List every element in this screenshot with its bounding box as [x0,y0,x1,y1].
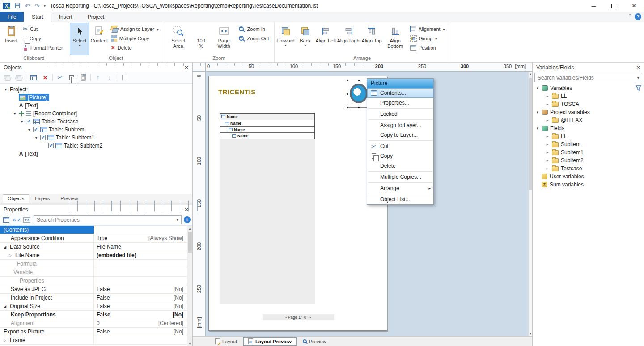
expander-icon[interactable] [535,110,540,114]
tree-item-project[interactable]: Project [0,85,192,93]
categorized-view-button[interactable] [2,215,11,224]
report-container-area[interactable] [220,139,315,304]
scroll-thumb[interactable] [529,78,532,190]
menu-item-assign-to-layer[interactable]: Assign to Layer... [367,120,433,130]
expander-icon[interactable] [535,86,540,90]
insert-button[interactable]: Insert [1,23,21,55]
property-row-alignment[interactable]: Alignment0[Centered] [0,319,187,328]
expander-icon[interactable] [20,119,24,124]
menu-item-delete[interactable]: Delete [367,161,433,171]
expander-icon[interactable] [4,304,8,308]
selection-handle[interactable] [346,93,348,95]
user-variables-root[interactable]: User variables [533,173,644,181]
tab-layers[interactable]: Layers [30,194,55,203]
copy-button[interactable]: Copy [21,34,67,43]
scroll-up-icon[interactable]: ▲ [529,72,532,76]
back-button[interactable]: Back [296,23,315,55]
property-row-formula[interactable]: Formula [0,260,187,268]
properties-search-dropdown-arrow[interactable] [174,216,181,224]
tree-item-table-subitem2[interactable]: Table: Subitem2 [0,142,192,150]
menu-item-cut[interactable]: Cut [367,141,433,151]
cut-button[interactable]: Cut [21,24,67,34]
move-down-button[interactable] [105,73,114,82]
variables-search-input[interactable] [535,75,635,81]
sum-variables-root[interactable]: Sum variables [533,181,644,189]
checkbox-checked-icon[interactable] [40,135,46,140]
align-bottom-button[interactable]: Align Bottom [382,23,408,55]
tab-preview[interactable]: Preview [298,337,331,346]
zoom-100-button[interactable]: 100 % [191,23,211,55]
align-right-button[interactable]: Align Right [336,23,361,55]
paste-object-button[interactable] [79,73,88,82]
expander-icon[interactable] [545,94,550,98]
redo-button[interactable] [32,1,42,11]
menu-item-object-list[interactable]: Object List... [367,194,433,204]
expander-icon[interactable] [4,87,8,92]
fields-root[interactable]: Fields [533,124,644,132]
property-row-include-in-project[interactable]: Include in ProjectFalse[No] [0,294,187,302]
checkbox-checked-icon[interactable] [48,143,54,148]
tree-item-table-testcase[interactable]: Table: Testcase [0,118,192,126]
property-row-appearance-condition[interactable]: Appearance ConditionTrue[Always Show] [0,234,187,243]
expander-icon[interactable] [535,126,540,131]
expander-icon[interactable] [34,135,38,140]
variables-search-dropdown-arrow[interactable] [635,73,642,82]
fields-item-ll[interactable]: LL [533,132,644,140]
menu-item-arrange[interactable]: Arrange [367,183,433,193]
property-row-save-as-jpeg[interactable]: Save as JPEGFalse[No] [0,285,187,294]
delete-object-button[interactable] [41,73,50,82]
table-row[interactable]: Name [220,114,314,120]
selection-handle[interactable] [346,79,348,81]
scroll-up-icon[interactable]: ▲ [187,226,192,231]
variables-item-tosca[interactable]: TOSCA [533,100,644,108]
variables-item-ll[interactable]: LL [533,92,644,100]
tree-item-text1[interactable]: A[Text] [0,101,192,110]
expand-sections-button[interactable] [22,215,31,224]
property-row-keep-proportions[interactable]: Keep ProportionsFalse[No] [0,311,187,319]
menu-item-properties[interactable]: Properties... [367,98,433,108]
properties-scrollbar[interactable]: ▲ ▼ [187,226,192,346]
table-row[interactable]: Name [220,127,314,133]
minimize-button[interactable] [584,0,604,12]
quick-access-dropdown[interactable] [42,1,47,11]
properties-search-input[interactable] [34,217,174,223]
align-top-button[interactable]: Align Top [361,23,382,55]
project-variables-root[interactable]: Project variables [533,108,644,116]
edit-contents-button[interactable] [120,73,129,82]
format-painter-button[interactable]: Format Painter [21,43,67,52]
property-row-original-size[interactable]: Original SizeFalse[No] [0,302,187,311]
object-list-button[interactable] [29,73,38,82]
menu-item-contents[interactable]: Contents... [367,88,433,98]
delete-button[interactable]: Delete [109,43,162,52]
canvas-scrollbar[interactable]: ▲ ▼ [528,72,532,336]
menu-item-copy-to-layer[interactable]: Copy to Layer... [367,130,433,140]
tab-objects[interactable]: Objects [3,194,29,203]
selection-handle[interactable] [358,106,360,109]
fields-item-testcase[interactable]: Testcase [533,165,644,173]
tab-project[interactable]: Project [80,12,112,22]
page-width-button[interactable]: Page Width [211,23,237,55]
expander-icon[interactable] [13,111,17,116]
checkbox-checked-icon[interactable] [26,119,31,124]
menu-item-multiple-copies[interactable]: Multiple Copies... [367,172,433,182]
expander-icon[interactable] [27,127,31,132]
tab-file[interactable]: File [0,12,24,22]
expander-icon[interactable] [545,166,550,171]
collapse-ribbon-icon[interactable] [629,13,631,21]
close-button[interactable] [624,0,644,12]
table-row[interactable]: Name [220,120,314,127]
expander-icon[interactable] [545,158,550,163]
table-row[interactable]: Name [220,133,314,139]
undo-button[interactable] [22,1,32,11]
multiple-copy-button[interactable]: Multiple Copy [109,34,162,43]
position-button[interactable]: Position [408,43,449,52]
property-row-file-name[interactable]: File Name(embedded file) [0,251,187,260]
property-row-frame[interactable]: Frame [0,336,187,345]
insert-layer-button[interactable] [3,73,12,82]
tree-item-table-subitem[interactable]: Table: Subitem [0,126,192,134]
scroll-down-icon[interactable]: ▼ [187,341,192,346]
align-left-button[interactable]: Align Left [315,23,337,55]
save-button[interactable] [13,1,22,11]
info-icon[interactable] [184,216,191,223]
selection-handle[interactable] [358,79,360,81]
